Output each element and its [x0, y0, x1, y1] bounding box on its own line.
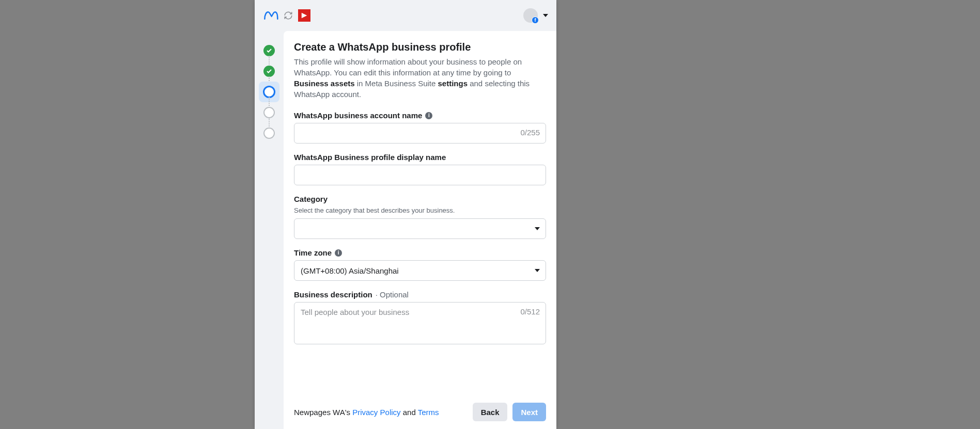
check-icon [266, 68, 272, 74]
step-5 [255, 123, 284, 144]
header-left [263, 9, 310, 22]
display-name-input[interactable] [294, 165, 546, 185]
onboarding-modal: f [255, 0, 556, 429]
optional-text: · Optional [376, 290, 409, 299]
subtitle-bold: Business assets [294, 79, 355, 88]
description-group: Business description · Optional 0/512 [294, 290, 546, 346]
timezone-select[interactable]: (GMT+08:00) Asia/Shanghai [294, 260, 546, 281]
category-select[interactable] [294, 218, 546, 239]
terms-link[interactable]: Terms [418, 408, 439, 417]
facebook-badge-icon: f [532, 17, 539, 24]
label-text: Time zone [294, 248, 332, 257]
meta-logo-icon [263, 10, 278, 21]
privacy-policy-link[interactable]: Privacy Policy [352, 408, 400, 417]
progress-stepper [255, 31, 284, 429]
info-icon[interactable]: i [425, 112, 432, 119]
category-group: Category Select the category that best d… [294, 195, 546, 239]
label-text: Category [294, 195, 328, 203]
subtitle-part: This profile will show information about… [294, 57, 522, 77]
modal-body: Create a WhatsApp business profile This … [255, 31, 556, 429]
account-name-counter: 0/255 [520, 128, 540, 137]
avatar[interactable]: f [523, 8, 538, 23]
modal-header: f [255, 0, 556, 31]
refresh-icon[interactable] [284, 11, 293, 20]
subtitle-part: in Meta Business Suite [355, 79, 438, 88]
page-title: Create a WhatsApp business profile [294, 41, 546, 53]
footer-and: and [401, 408, 418, 417]
footer-buttons: Back Next [473, 403, 546, 421]
step-1 [255, 40, 284, 61]
timezone-label: Time zone i [294, 248, 546, 257]
modal-footer: Newpages WA's Privacy Policy and Terms B… [284, 395, 556, 429]
description-label: Business description · Optional [294, 290, 546, 299]
app-badge-icon [298, 9, 310, 22]
display-name-label: WhatsApp Business profile display name [294, 153, 546, 162]
account-name-input[interactable] [294, 123, 546, 144]
next-button[interactable]: Next [512, 403, 546, 421]
label-text: Business description [294, 290, 372, 299]
subtitle-bold: settings [438, 79, 468, 88]
main-panel: Create a WhatsApp business profile This … [284, 31, 556, 429]
footer-prefix: Newpages WA's [294, 408, 352, 417]
step-4 [255, 102, 284, 123]
category-label: Category [294, 195, 546, 203]
check-icon [266, 47, 272, 54]
description-counter: 0/512 [520, 307, 540, 316]
footer-legal: Newpages WA's Privacy Policy and Terms [294, 408, 439, 417]
chevron-down-icon[interactable] [543, 14, 548, 17]
description-textarea[interactable] [294, 302, 546, 344]
account-name-group: WhatsApp business account name i 0/255 [294, 111, 546, 144]
label-text: WhatsApp Business profile display name [294, 153, 446, 162]
header-right: f [523, 8, 548, 23]
step-3-current [259, 82, 279, 102]
timezone-group: Time zone i (GMT+08:00) Asia/Shanghai [294, 248, 546, 281]
page-subtitle: This profile will show information about… [294, 56, 546, 100]
step-2 [255, 61, 284, 82]
info-icon[interactable]: i [335, 249, 342, 257]
label-text: WhatsApp business account name [294, 111, 422, 120]
display-name-group: WhatsApp Business profile display name [294, 153, 546, 185]
category-help: Select the category that best describes … [294, 206, 546, 214]
account-name-label: WhatsApp business account name i [294, 111, 546, 120]
back-button[interactable]: Back [473, 403, 508, 421]
